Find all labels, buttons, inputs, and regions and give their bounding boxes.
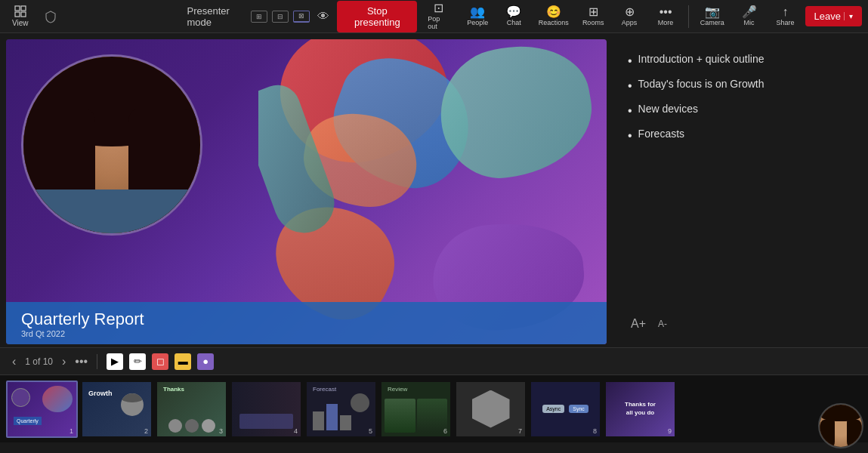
pen-icon: ✏ <box>134 356 142 367</box>
font-controls: A+ A- <box>628 316 847 332</box>
svg-rect-2 <box>15 12 20 17</box>
note-item-1: • Introduction + quick outline <box>628 51 847 70</box>
people-button[interactable]: 👥 People <box>461 5 494 28</box>
thumb-num-5: 5 <box>369 427 372 435</box>
chat-icon: 💬 <box>506 6 521 18</box>
apps-label: Apps <box>622 19 638 26</box>
play-icon: ▶ <box>111 356 119 367</box>
camera-label: Camera <box>700 19 724 26</box>
thumb-num-3: 3 <box>219 427 223 435</box>
highlight-laser-icon: ● <box>202 356 209 367</box>
presenter-small-hair-left <box>820 420 835 442</box>
mic-label: Mic <box>744 19 755 26</box>
eye-icon[interactable]: 👁 <box>314 10 332 23</box>
highlight-yellow-icon: ▬ <box>178 356 188 367</box>
camera-icon: 📷 <box>705 6 720 18</box>
note-bullet-3: • <box>628 102 632 120</box>
rooms-icon: ⊞ <box>588 6 598 18</box>
slide-background: Quarterly Report 3rd Qt 2022 <box>6 39 607 344</box>
presenter-video-circle <box>21 54 202 236</box>
note-bullet-1: • <box>628 52 632 70</box>
thumb-num-8: 8 <box>593 427 597 435</box>
more-icon: ••• <box>659 6 672 18</box>
leave-button[interactable]: Leave ▾ <box>805 6 862 26</box>
people-label: People <box>467 19 488 26</box>
slide-controls-bar: ‹ 1 of 10 › ••• ▶ ✏ ◻ ▬ ● <box>0 347 868 374</box>
note-text-3: New devices <box>638 101 698 117</box>
thumbnail-3[interactable]: Thanks 3 <box>156 381 227 438</box>
apps-button[interactable]: ⊕ Apps <box>613 5 646 28</box>
note-text-2: Today's focus is on Growth <box>638 76 765 92</box>
next-slide-button[interactable]: › <box>59 353 69 370</box>
play-tool-button[interactable]: ▶ <box>107 353 123 370</box>
thumb-num-9: 9 <box>668 427 672 435</box>
camera-button[interactable]: 📷 Camera <box>695 5 730 28</box>
pop-out-icon: ⊡ <box>434 2 443 14</box>
rooms-label: Rooms <box>582 19 604 26</box>
slide-subtitle: 3rd Qt 2022 <box>21 329 592 338</box>
note-item-4: • Forecasts <box>628 126 847 145</box>
thumbnail-5[interactable]: Forecast 5 <box>305 381 377 438</box>
share-icon: ↑ <box>783 6 789 18</box>
presenter-mode-section: Presenter mode ⊞ ⊟ ⊠ 👁 Stop presenting ⊡… <box>187 1 456 32</box>
note-item-3: • New devices <box>628 101 847 120</box>
slide-counter: 1 of 10 <box>25 356 53 367</box>
pen-tool-button[interactable]: ✏ <box>129 353 146 370</box>
thumbnail-2[interactable]: Growth 2 <box>81 381 153 438</box>
thumbnail-1[interactable]: Quarterly 1 <box>6 381 78 438</box>
reactions-icon: 😊 <box>546 6 561 18</box>
pm-fullscreen-icon[interactable]: ⊠ <box>293 11 310 23</box>
notes-panel: • Introduction + quick outline • Today's… <box>613 39 862 344</box>
slide-3d-shapes <box>258 39 607 344</box>
thumb-num-2: 2 <box>144 427 148 435</box>
share-label: Share <box>777 19 795 26</box>
highlight-yellow-button[interactable]: ▬ <box>175 353 191 370</box>
rooms-button[interactable]: ⊞ Rooms <box>576 5 610 28</box>
note-text-1: Introduction + quick outline <box>638 51 765 67</box>
slide-title: Quarterly Report <box>21 310 592 329</box>
leave-label: Leave <box>814 11 841 22</box>
note-text-4: Forecasts <box>638 126 684 142</box>
thumbnail-6[interactable]: Review 6 <box>380 381 452 438</box>
toolbar: View Presenter mode ⊞ ⊟ ⊠ 👁 Stop present… <box>0 0 868 33</box>
more-button[interactable]: ••• More <box>649 5 682 28</box>
presenter-small-video <box>818 403 863 442</box>
pm-window-icon[interactable]: ⊟ <box>272 11 289 23</box>
thumb-num-4: 4 <box>294 427 298 435</box>
stop-presenting-button[interactable]: Stop presenting <box>337 1 417 32</box>
presenter-small-face <box>820 405 862 442</box>
pm-monitor-icon[interactable]: ⊞ <box>251 11 267 23</box>
slide-title-bar: Quarterly Report 3rd Qt 2022 <box>6 302 607 344</box>
apps-icon: ⊕ <box>625 6 635 18</box>
share-button[interactable]: ↑ Share <box>769 5 802 28</box>
thumbnail-7[interactable]: 7 <box>455 381 527 438</box>
leave-chevron-icon[interactable]: ▾ <box>844 12 853 20</box>
view-label: View <box>12 19 29 27</box>
prev-slide-button[interactable]: ‹ <box>9 353 19 370</box>
chat-label: Chat <box>507 19 521 26</box>
font-increase-button[interactable]: A+ <box>628 316 649 332</box>
chat-button[interactable]: 💬 Chat <box>497 5 530 28</box>
people-icon: 👥 <box>470 6 485 18</box>
presenter-small-hair-right <box>847 420 862 442</box>
eraser-tool-button[interactable]: ◻ <box>152 353 168 370</box>
note-bullet-4: • <box>628 127 632 145</box>
presenter-mode-label: Presenter mode <box>187 5 247 28</box>
presenter-face <box>23 57 200 233</box>
presenter-mode-icons: ⊞ ⊟ ⊠ <box>251 11 310 23</box>
view-button[interactable]: View <box>6 2 35 30</box>
reactions-label: Reactions <box>539 19 569 26</box>
slide-container: Quarterly Report 3rd Qt 2022 <box>6 39 607 344</box>
thumbnail-9[interactable]: Thanks forall you do 9 <box>604 381 676 438</box>
slide-nav-more-button[interactable]: ••• <box>75 355 88 368</box>
svg-rect-3 <box>21 12 26 17</box>
mic-button[interactable]: 🎤 Mic <box>733 5 766 28</box>
note-bullet-2: • <box>628 77 632 95</box>
thumbnail-8[interactable]: Async Sync 8 <box>530 381 601 438</box>
highlight-laser-button[interactable]: ● <box>197 353 214 370</box>
thumbnail-4[interactable]: 4 <box>230 381 302 438</box>
font-decrease-button[interactable]: A- <box>655 317 670 331</box>
pop-out-button[interactable]: ⊡ Pop out <box>422 1 455 32</box>
mic-icon: 🎤 <box>742 6 757 18</box>
reactions-button[interactable]: 😊 Reactions <box>533 5 573 28</box>
